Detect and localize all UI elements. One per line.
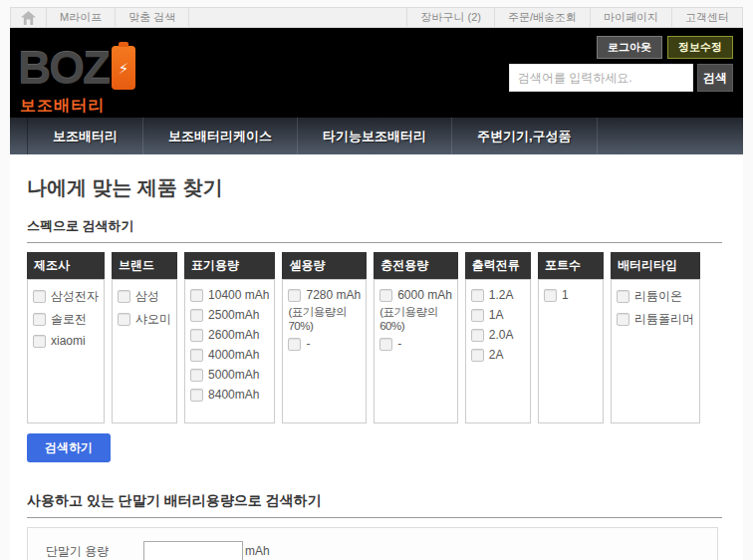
device-section-title: 사용하고 있는 단말기 배터리용량으로 검색하기	[27, 492, 722, 518]
checkbox[interactable]	[471, 309, 484, 322]
option-label: 2A	[489, 348, 504, 362]
checkbox[interactable]	[190, 289, 203, 302]
checkbox[interactable]	[617, 313, 629, 326]
filter-options: 6000 mAh (표기용량의 60%) -	[374, 279, 458, 423]
option-label: 2.0A	[489, 328, 514, 342]
customer-center-link[interactable]: 고객센터	[671, 8, 742, 27]
option-label: -	[306, 337, 310, 351]
checkbox-option[interactable]: 5000mAh	[190, 368, 269, 382]
checkbox[interactable]	[190, 309, 203, 322]
cart-link[interactable]: 장바구니 (2)	[406, 8, 494, 27]
checkbox[interactable]	[471, 349, 484, 362]
checkbox-option[interactable]: 솔로전	[33, 311, 99, 328]
checkbox[interactable]	[33, 290, 46, 303]
checkbox-option[interactable]: 7280 mAh	[288, 288, 361, 302]
logo-subtitle: 보조배터리	[20, 96, 105, 117]
checkbox-option[interactable]: xiaomi	[33, 334, 99, 348]
option-label: 1.2A	[489, 288, 514, 302]
option-label: 삼성	[135, 288, 159, 305]
filter-column-rated-capacity: 표기용량 10400 mAh 2500mAh 2600mAh 4000mAh 5…	[184, 252, 275, 423]
option-label: 리튬폴리머	[634, 311, 694, 328]
filter-options: 7280 mAh (표기용량의 70%) -	[282, 279, 367, 423]
nav-item-accessories[interactable]: 주변기기,구성품	[452, 118, 598, 154]
checkbox[interactable]	[190, 369, 203, 382]
checkbox[interactable]	[190, 349, 203, 362]
device-capacity-input[interactable]	[143, 541, 243, 560]
checkbox[interactable]	[471, 289, 484, 302]
logout-button[interactable]: 로그아웃	[597, 36, 662, 59]
account-buttons: 로그아웃 정보수정	[597, 36, 733, 59]
filter-header: 출력전류	[465, 252, 531, 279]
option-label: 7280 mAh	[306, 288, 361, 302]
checkbox-option[interactable]: 샤오미	[118, 311, 171, 328]
filter-header: 충전용량	[374, 252, 458, 279]
checkbox-option[interactable]: 1A	[471, 308, 525, 322]
spec-search-button[interactable]: 검색하기	[27, 433, 111, 462]
option-label: 1	[562, 288, 569, 302]
filter-options: 1.2A 1A 2.0A 2A	[465, 279, 531, 423]
page-title: 나에게 맞는 제품 찾기	[27, 154, 726, 217]
checkbox-option[interactable]: 8400mAh	[190, 388, 269, 402]
home-link[interactable]	[11, 8, 47, 27]
topbar-item-mlife[interactable]: M라이프	[47, 8, 116, 27]
option-subnote: (표기용량의 70%)	[288, 305, 361, 332]
option-label: 삼성전자	[51, 288, 99, 305]
checkbox[interactable]	[617, 290, 629, 303]
order-tracking-link[interactable]: 주문/배송조회	[494, 8, 590, 27]
checkbox[interactable]	[544, 289, 557, 302]
checkbox[interactable]	[379, 338, 392, 351]
checkbox-option[interactable]: -	[379, 337, 452, 351]
filter-column-charge-capacity: 충전용량 6000 mAh (표기용량의 60%) -	[374, 252, 458, 423]
filter-header: 배터리타입	[611, 252, 700, 279]
spec-section-title: 스펙으로 검색하기	[27, 217, 722, 243]
checkbox[interactable]	[379, 289, 392, 302]
mypage-link[interactable]: 마이페이지	[590, 8, 671, 27]
option-label: xiaomi	[51, 334, 86, 348]
checkbox-option[interactable]: 2A	[471, 348, 525, 362]
checkbox[interactable]	[190, 329, 203, 342]
nav-item-battery[interactable]: 보조배터리	[27, 118, 143, 154]
checkbox-option[interactable]: 2.0A	[471, 328, 525, 342]
filter-header: 제조사	[27, 252, 105, 279]
filter-options: 삼성전자 솔로전 xiaomi	[27, 279, 105, 423]
filter-column-port-count: 포트수 1	[538, 252, 604, 423]
checkbox-option[interactable]: 6000 mAh	[379, 288, 452, 302]
checkbox[interactable]	[471, 329, 484, 342]
nav-item-multifunction-battery[interactable]: 타기능보조배터리	[298, 118, 452, 154]
checkbox-option[interactable]: 리튬이온	[617, 288, 694, 305]
checkbox-option[interactable]: 삼성전자	[33, 288, 99, 305]
checkbox[interactable]	[33, 335, 46, 348]
filter-header: 브랜드	[112, 252, 177, 279]
checkbox[interactable]	[190, 389, 203, 402]
nav-item-battery-case[interactable]: 보조배터리케이스	[143, 118, 298, 154]
checkbox-option[interactable]: 2500mAh	[190, 308, 269, 322]
checkbox[interactable]	[118, 313, 130, 326]
option-label: 2500mAh	[208, 308, 259, 322]
main-content: 나에게 맞는 제품 찾기 스펙으로 검색하기 제조사 삼성전자 솔로전 xiao…	[10, 154, 743, 560]
checkbox-option[interactable]: 2600mAh	[190, 328, 269, 342]
logo-text: BOZ	[18, 46, 109, 90]
checkbox-option[interactable]: 10400 mAh	[190, 288, 269, 302]
search-input[interactable]	[509, 64, 693, 92]
device-capacity-row: 단말기 용량 mAh	[46, 541, 699, 560]
option-label: 4000mAh	[208, 348, 259, 362]
search-button[interactable]: 검색	[697, 64, 733, 92]
checkbox-option[interactable]: 1.2A	[471, 288, 525, 302]
checkbox[interactable]	[288, 289, 301, 302]
topbar-right-group: 장바구니 (2) 주문/배송조회 마이페이지 고객센터	[406, 8, 742, 27]
site-header: BOZ ⚡ 보조배터리 로그아웃 정보수정 검색	[10, 28, 743, 118]
main-nav: 보조배터리 보조배터리케이스 타기능보조배터리 주변기기,구성품	[10, 118, 743, 154]
checkbox[interactable]	[118, 290, 130, 303]
checkbox-option[interactable]: 1	[544, 288, 598, 302]
topbar-item-custom-search[interactable]: 맞춤 검색	[116, 8, 189, 27]
checkbox[interactable]	[288, 338, 301, 351]
checkbox[interactable]	[33, 313, 46, 326]
site-logo[interactable]: BOZ ⚡	[18, 46, 135, 90]
spec-filter-grid: 제조사 삼성전자 솔로전 xiaomi 브랜드 삼성 샤오미 표기용량 1040…	[27, 252, 700, 423]
checkbox-option[interactable]: 4000mAh	[190, 348, 269, 362]
checkbox-option[interactable]: -	[288, 337, 361, 351]
edit-info-button[interactable]: 정보수정	[667, 36, 733, 59]
checkbox-option[interactable]: 리튬폴리머	[617, 311, 694, 328]
checkbox-option[interactable]: 삼성	[118, 288, 171, 305]
option-label: 리튬이온	[634, 288, 682, 305]
